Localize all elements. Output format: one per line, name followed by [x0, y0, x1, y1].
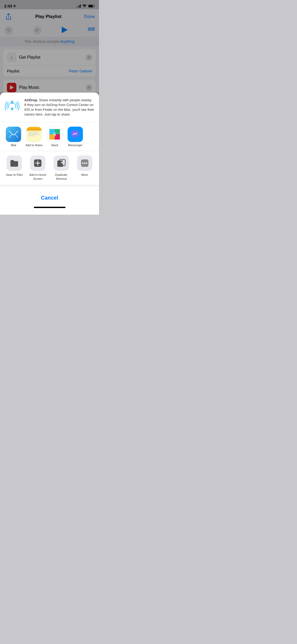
- more-label: More: [81, 173, 88, 177]
- save-to-files-label: Save to Files: [6, 173, 23, 177]
- add-to-home-screen-label: Add to Home Screen: [28, 173, 48, 181]
- airdrop-description: AirDrop. Share instantly with people nea…: [24, 98, 95, 117]
- apps-section: Mail Add to Notes: [0, 122, 99, 151]
- app-item-mail[interactable]: Mail: [4, 127, 23, 147]
- svg-line-16: [15, 134, 18, 138]
- svg-point-30: [82, 163, 83, 164]
- action-more[interactable]: More: [74, 155, 95, 181]
- slack-icon: S: [47, 127, 62, 142]
- action-add-to-home-screen[interactable]: Add to Home Screen: [28, 155, 48, 181]
- slack-label: Slack: [51, 144, 58, 147]
- svg-line-15: [9, 134, 12, 138]
- add-to-notes-label: Add to Notes: [26, 144, 43, 147]
- messenger-icon: [68, 127, 83, 142]
- duplicate-shortcut-label: Duplicate Shortcut: [51, 173, 72, 181]
- share-sheet: AirDrop. Share instantly with people nea…: [0, 93, 99, 215]
- svg-marker-13: [10, 100, 14, 104]
- airdrop-icon: [4, 98, 20, 114]
- svg-point-32: [86, 163, 87, 164]
- app-item-slack[interactable]: S Slack: [45, 127, 64, 147]
- save-to-files-icon: [7, 155, 22, 171]
- duplicate-shortcut-icon: [54, 155, 69, 171]
- cancel-sheet: Cancel: [0, 185, 99, 215]
- app-item-add-to-notes[interactable]: Add to Notes: [25, 127, 43, 147]
- home-bar: [34, 207, 65, 208]
- svg-point-12: [11, 108, 13, 110]
- more-icon: [77, 155, 92, 171]
- home-indicator: [4, 205, 95, 210]
- action-save-to-files[interactable]: Save to Files: [4, 155, 25, 181]
- cancel-button[interactable]: Cancel: [4, 191, 95, 205]
- svg-point-31: [84, 163, 85, 164]
- add-to-home-screen-icon: [30, 155, 45, 171]
- airdrop-section: AirDrop. Share instantly with people nea…: [0, 93, 99, 122]
- action-duplicate-shortcut[interactable]: Duplicate Shortcut: [51, 155, 72, 181]
- actions-section: Save to Files Add to Home Screen: [0, 151, 99, 185]
- notes-icon: [26, 127, 42, 142]
- svg-text:S: S: [53, 132, 56, 137]
- mail-label: Mail: [11, 144, 16, 147]
- app-item-messenger[interactable]: Messenger: [66, 127, 84, 147]
- mail-icon: [6, 127, 21, 142]
- messenger-label: Messenger: [68, 144, 82, 147]
